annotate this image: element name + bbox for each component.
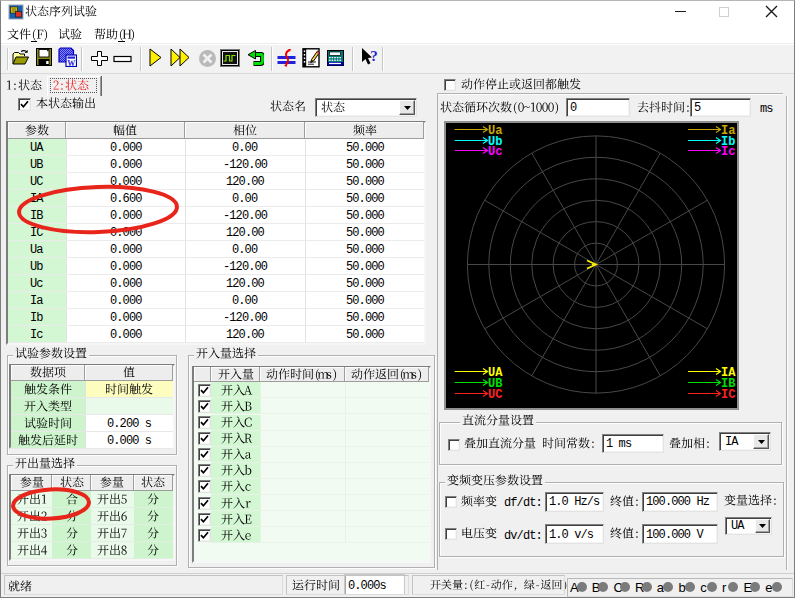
svg-text:?: ? xyxy=(370,48,378,64)
svg-text:IC: IC xyxy=(721,388,735,402)
svg-text:Uc: Uc xyxy=(488,145,502,159)
svg-text:W: W xyxy=(67,59,75,68)
svg-text:Ic: Ic xyxy=(721,145,735,159)
svg-text:UC: UC xyxy=(488,388,502,402)
